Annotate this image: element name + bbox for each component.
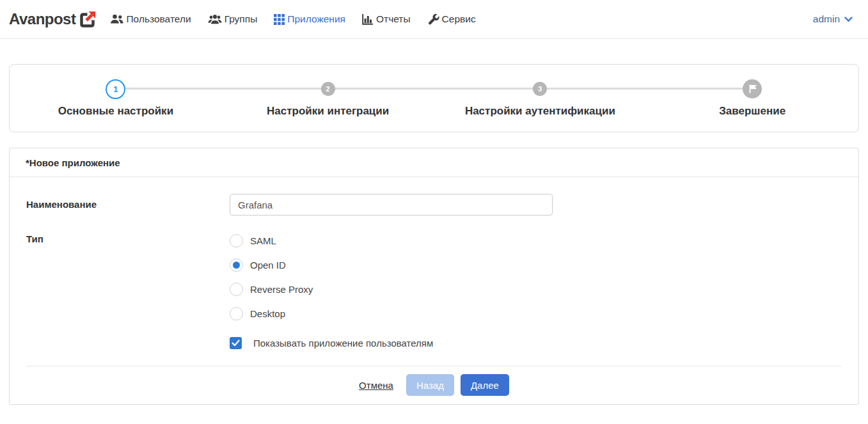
name-field-label: Наименование [26, 194, 230, 216]
flag-icon [743, 79, 762, 98]
nav-item-label: Приложения [287, 13, 345, 25]
nav-item-users[interactable]: Пользователи [110, 13, 191, 25]
step-1-circle: 1 [106, 79, 125, 99]
groups-icon [208, 14, 222, 24]
main-nav: Пользователи Группы [110, 13, 492, 26]
nav-item-groups[interactable]: Группы [208, 13, 258, 25]
radio-circle [230, 258, 243, 272]
top-navbar: Avanpost Пользователи [0, 0, 868, 39]
step-1-label: Основные настройки [10, 105, 222, 118]
card-footer: Отмена Назад Далее [26, 366, 842, 404]
cancel-link[interactable]: Отмена [359, 380, 393, 391]
show-app-checkbox-label: Показывать приложение пользователям [253, 338, 433, 349]
logo-text: Avanpost [9, 10, 75, 28]
nav-item-applications[interactable]: Приложения [274, 13, 345, 25]
type-field-label: Тип [26, 228, 230, 326]
nav-item-reports[interactable]: Отчеты [362, 13, 411, 25]
wizard-stepper: 1 Основные настройки 2 Настройки интегра… [10, 65, 858, 118]
wizard-step-1: 1 Основные настройки [10, 79, 222, 118]
nav-item-label: Группы [225, 13, 258, 25]
wizard-step-3: 3 Настройки аутентификации [434, 79, 647, 118]
apps-grid-icon [274, 14, 285, 25]
new-application-card: *Новое приложение Наименование Тип SAML … [9, 148, 859, 405]
radio-option-saml[interactable]: SAML [230, 228, 313, 253]
name-input[interactable] [230, 194, 553, 216]
radio-circle [230, 307, 243, 320]
card-body: Наименование Тип SAML Open ID Reverse Pr… [10, 194, 858, 404]
radio-circle [230, 283, 243, 296]
user-name: admin [813, 13, 840, 25]
radio-label: Reverse Proxy [250, 284, 313, 295]
radio-circle [230, 234, 243, 247]
type-field-row: Тип SAML Open ID Reverse Proxy Desktop [26, 228, 842, 326]
step-3-circle: 3 [533, 82, 547, 96]
user-menu[interactable]: admin [813, 13, 853, 25]
nav-item-service[interactable]: Сервис [427, 13, 476, 26]
nav-item-label: Сервис [442, 13, 476, 25]
radio-option-reverse-proxy[interactable]: Reverse Proxy [230, 277, 313, 301]
chevron-down-icon [844, 17, 853, 22]
users-icon [110, 14, 123, 24]
type-radio-group: SAML Open ID Reverse Proxy Desktop [230, 228, 313, 326]
step-4-label: Завершение [646, 105, 858, 118]
radio-label: Desktop [250, 308, 285, 319]
radio-label: Open ID [250, 260, 286, 271]
wizard-step-2: 2 Настройки интеграции [222, 79, 434, 118]
radio-label: SAML [250, 235, 276, 246]
radio-option-desktop[interactable]: Desktop [230, 301, 313, 326]
wizard-step-4: Завершение [646, 79, 858, 118]
avanpost-logo[interactable]: Avanpost [9, 10, 96, 28]
name-field-row: Наименование [26, 194, 842, 216]
wizard-steps-card: 1 Основные настройки 2 Настройки интегра… [9, 64, 859, 132]
check-icon [232, 340, 240, 347]
step-2-label: Настройки интеграции [222, 105, 434, 118]
nav-item-label: Отчеты [376, 13, 411, 25]
reports-icon [362, 14, 374, 25]
step-2-circle: 2 [321, 82, 335, 96]
show-app-checkbox[interactable] [230, 337, 242, 349]
radio-option-openid[interactable]: Open ID [230, 253, 313, 277]
card-title: *Новое приложение [10, 148, 858, 177]
wrench-icon [427, 13, 439, 26]
show-app-checkbox-row[interactable]: Показывать приложение пользователям [230, 337, 842, 349]
back-button[interactable]: Назад [406, 374, 454, 396]
step-3-label: Настройки аутентификации [434, 105, 647, 118]
external-link-logo-icon [79, 11, 96, 28]
next-button[interactable]: Далее [461, 374, 509, 396]
nav-item-label: Пользователи [126, 13, 191, 25]
